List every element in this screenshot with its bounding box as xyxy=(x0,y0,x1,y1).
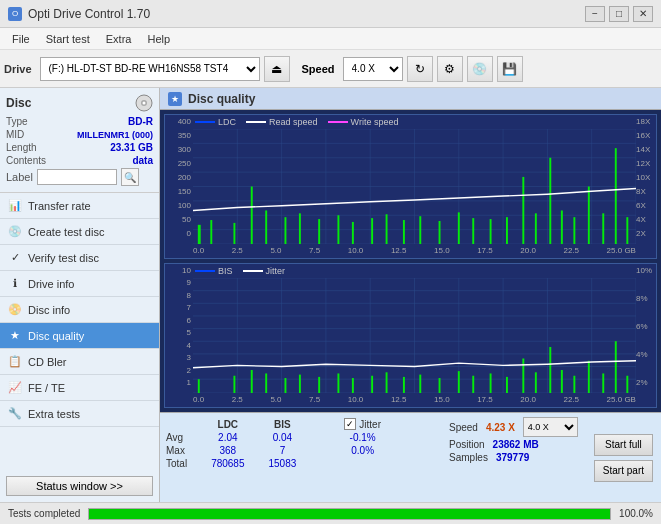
sidebar-item-label-disc-info: Disc info xyxy=(28,304,70,316)
disc-info-icon: 📀 xyxy=(8,303,22,317)
menu-help[interactable]: Help xyxy=(139,31,178,47)
svg-rect-88 xyxy=(522,359,524,394)
disc-quality-icon: ★ xyxy=(8,329,22,343)
status-window-button[interactable]: Status window >> xyxy=(6,476,153,496)
disc-button[interactable]: 💿 xyxy=(467,56,493,82)
close-button[interactable]: ✕ xyxy=(633,6,653,22)
progress-percent: 100.0% xyxy=(619,508,653,519)
svg-rect-29 xyxy=(318,219,320,244)
svg-rect-25 xyxy=(251,187,253,245)
sidebar-item-drive-info[interactable]: ℹ Drive info xyxy=(0,271,159,297)
bis-legend-label: BIS xyxy=(218,266,233,276)
disc-contents-val: data xyxy=(132,155,153,166)
disc-header: Disc xyxy=(6,94,153,112)
ldc-legend-label: LDC xyxy=(218,117,236,127)
speed-dropdown[interactable]: 4.0 X xyxy=(523,417,578,437)
sidebar-item-cd-bler[interactable]: 📋 CD Bler xyxy=(0,349,159,375)
disc-label-input[interactable] xyxy=(37,169,117,185)
col-bis: BIS xyxy=(257,417,309,431)
start-full-button[interactable]: Start full xyxy=(594,434,653,456)
eject-button[interactable]: ⏏ xyxy=(264,56,290,82)
stats-table: LDC BIS ✓ Jitter Avg xyxy=(162,417,393,470)
position-val: 23862 MB xyxy=(493,439,539,450)
chart2-x-axis: 0.0 2.5 5.0 7.5 10.0 12.5 15.0 17.5 20.0… xyxy=(193,391,636,407)
readspeed-legend-item: Read speed xyxy=(246,117,318,127)
drive-select[interactable]: (F:) HL-DT-ST BD-RE WH16NS58 TST4 xyxy=(40,57,260,81)
svg-rect-38 xyxy=(472,218,474,244)
sidebar-item-extra-tests[interactable]: 🔧 Extra tests xyxy=(0,401,159,427)
disc-type-val: BD-R xyxy=(128,116,153,127)
chart2-y-axis-right: 10% 8% 6% 4% 2% xyxy=(636,264,656,389)
chart1-legend: LDC Read speed Write speed xyxy=(195,117,398,127)
extra-tests-icon: 🔧 xyxy=(8,407,22,421)
disc-quality-title: Disc quality xyxy=(188,92,255,106)
jitter-checkbox[interactable]: ✓ xyxy=(344,418,356,430)
svg-rect-40 xyxy=(506,217,508,244)
chart1-y-axis-left: 400 350 300 250 200 150 100 50 0 xyxy=(165,115,193,240)
bis-jitter-chart: BIS Jitter 10 9 8 7 6 5 4 3 xyxy=(164,263,657,408)
ldc-chart: LDC Read speed Write speed 400 350 300 xyxy=(164,114,657,259)
disc-label-search-button[interactable]: 🔍 xyxy=(121,168,139,186)
speed-current-val: 4.23 X xyxy=(486,422,515,433)
sidebar-item-verify-test-disc[interactable]: ✓ Verify test disc xyxy=(0,245,159,271)
speed-info: Speed 4.23 X 4.0 X Position 23862 MB Sam… xyxy=(441,413,586,502)
cd-bler-icon: 📋 xyxy=(8,355,22,369)
svg-rect-46 xyxy=(588,187,590,245)
writespeed-legend-label: Write speed xyxy=(351,117,399,127)
maximize-button[interactable]: □ xyxy=(609,6,629,22)
disc-panel: Disc Type BD-R MID MILLENMR1 (000) Lengt… xyxy=(0,88,159,193)
start-part-button[interactable]: Start part xyxy=(594,460,653,482)
svg-rect-72 xyxy=(251,370,253,393)
sidebar-item-disc-quality[interactable]: ★ Disc quality xyxy=(0,323,159,349)
sidebar-item-fe-te[interactable]: 📈 FE / TE xyxy=(0,375,159,401)
disc-length-row: Length 23.31 GB xyxy=(6,142,153,153)
svg-rect-44 xyxy=(561,210,563,244)
svg-rect-33 xyxy=(386,214,388,244)
svg-rect-27 xyxy=(284,217,286,244)
speed-current-row: Speed 4.23 X 4.0 X xyxy=(449,417,578,437)
stats-total-row: Total 780685 15083 xyxy=(162,457,393,470)
total-ldc: 780685 xyxy=(199,457,256,470)
svg-rect-91 xyxy=(561,370,563,393)
sidebar-item-label-fe-te: FE / TE xyxy=(28,382,65,394)
titlebar-controls: − □ ✕ xyxy=(585,6,653,22)
main-area: Disc Type BD-R MID MILLENMR1 (000) Lengt… xyxy=(0,88,661,502)
disc-type-key: Type xyxy=(6,116,28,127)
speed-select[interactable]: 4.0 X xyxy=(343,57,403,81)
chart2-y-axis-left: 10 9 8 7 6 5 4 3 2 1 xyxy=(165,264,193,389)
refresh-button[interactable]: ↻ xyxy=(407,56,433,82)
svg-rect-93 xyxy=(588,361,590,393)
disc-panel-icon xyxy=(135,94,153,112)
jitter-label: Jitter xyxy=(359,419,381,430)
jitter-checkbox-row: ✓ Jitter xyxy=(344,418,381,430)
position-row: Position 23862 MB xyxy=(449,439,578,450)
svg-rect-23 xyxy=(210,220,212,244)
create-test-icon: 💿 xyxy=(8,225,22,239)
chart2-legend: BIS Jitter xyxy=(195,266,285,276)
disc-type-row: Type BD-R xyxy=(6,116,153,127)
sidebar-item-label-extra-tests: Extra tests xyxy=(28,408,80,420)
sidebar-item-transfer-rate[interactable]: 📊 Transfer rate xyxy=(0,193,159,219)
menu-extra[interactable]: Extra xyxy=(98,31,140,47)
disc-length-val: 23.31 GB xyxy=(110,142,153,153)
action-buttons: Start full Start part xyxy=(586,413,661,502)
svg-rect-34 xyxy=(403,220,405,244)
svg-rect-43 xyxy=(549,158,551,244)
svg-rect-95 xyxy=(615,341,617,393)
max-bis: 7 xyxy=(257,444,309,457)
menu-starttest[interactable]: Start test xyxy=(38,31,98,47)
col-ldc: LDC xyxy=(199,417,256,431)
disc-title: Disc xyxy=(6,96,31,110)
settings-button[interactable]: ⚙ xyxy=(437,56,463,82)
save-button[interactable]: 💾 xyxy=(497,56,523,82)
svg-rect-28 xyxy=(299,213,301,244)
menu-file[interactable]: File xyxy=(4,31,38,47)
chart1-x-axis: 0.0 2.5 5.0 7.5 10.0 12.5 15.0 17.5 20.0… xyxy=(193,242,636,258)
minimize-button[interactable]: − xyxy=(585,6,605,22)
svg-rect-35 xyxy=(419,216,421,244)
max-jitter: 0.0% xyxy=(332,444,393,457)
fe-te-icon: 📈 xyxy=(8,381,22,395)
sidebar-item-create-test-disc[interactable]: 💿 Create test disc xyxy=(0,219,159,245)
bis-legend-color xyxy=(195,270,215,272)
sidebar-item-disc-info[interactable]: 📀 Disc info xyxy=(0,297,159,323)
